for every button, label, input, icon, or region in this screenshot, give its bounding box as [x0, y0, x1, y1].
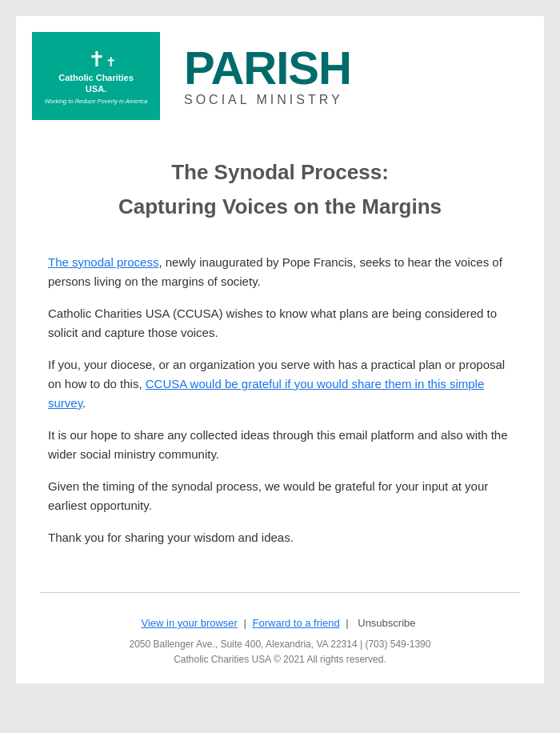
cc-logo-text: Catholic Charities USA.: [58, 72, 134, 95]
parish-social-ministry-logo: PARISH SOCIAL MINISTRY: [184, 45, 351, 107]
parish-title: PARISH: [184, 45, 351, 91]
footer-links: View in your browser | Forward to a frie…: [40, 617, 520, 629]
main-title-line1: The Synodal Process:: [48, 160, 512, 185]
footer-address: 2050 Ballenger Ave., Suite 400, Alexandr…: [40, 637, 520, 667]
address-line1: 2050 Ballenger Ave., Suite 400, Alexandr…: [40, 637, 520, 652]
cc-tagline: Working to Reduce Poverty in America: [45, 98, 148, 105]
parish-subtitle: SOCIAL MINISTRY: [184, 93, 343, 107]
catholic-charities-logo: ✝ Catholic Charities USA. Working to Red…: [32, 32, 160, 120]
email-container: ✝ Catholic Charities USA. Working to Red…: [16, 16, 544, 683]
divider: [40, 592, 520, 593]
cross-icon: ✝: [88, 47, 104, 70]
footer-section: View in your browser | Forward to a frie…: [16, 609, 544, 683]
address-line2: Catholic Charities USA © 2021 All rights…: [40, 652, 520, 667]
paragraph-5: Given the timing of the synodal process,…: [48, 477, 512, 515]
paragraph-1: The synodal process, newly inaugurated b…: [48, 253, 512, 291]
view-in-browser-link[interactable]: View in your browser: [141, 617, 237, 629]
forward-to-friend-link[interactable]: Forward to a friend: [253, 617, 340, 629]
paragraph-3: If you, your diocese, or an organization…: [48, 355, 512, 413]
paragraph-2: Catholic Charities USA (CCUSA) wishes to…: [48, 304, 512, 342]
header-section: ✝ Catholic Charities USA. Working to Red…: [16, 16, 544, 136]
synodal-process-link[interactable]: The synodal process: [48, 255, 158, 269]
paragraph-6: Thank you for sharing your wisdom and id…: [48, 528, 512, 547]
title-section: The Synodal Process: Capturing Voices on…: [16, 136, 544, 245]
main-title-line2: Capturing Voices on the Margins: [48, 194, 512, 219]
paragraph-4: It is our hope to share any collected id…: [48, 426, 512, 464]
unsubscribe-text: Unsubscribe: [358, 617, 415, 629]
content-section: The synodal process, newly inaugurated b…: [16, 245, 544, 576]
